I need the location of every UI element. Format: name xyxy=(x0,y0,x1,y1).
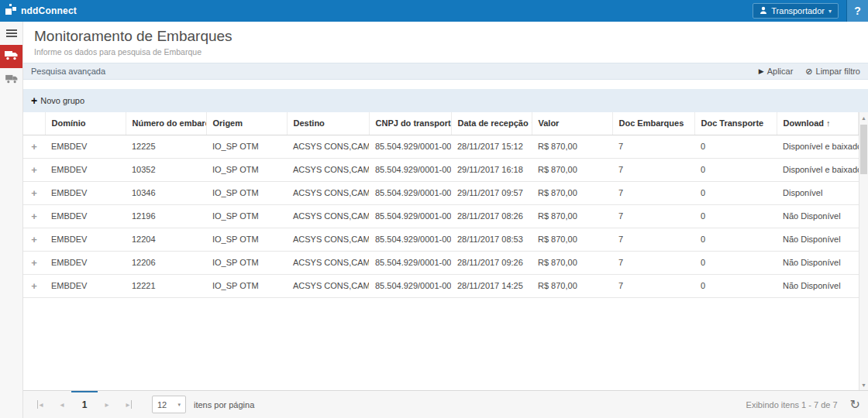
new-group-label: Novo grupo xyxy=(40,96,84,105)
expand-row-button[interactable]: + xyxy=(31,142,37,152)
cell-doc-transporte: 0 xyxy=(694,181,777,204)
new-group-button[interactable]: + Novo grupo xyxy=(31,95,84,106)
user-menu-button[interactable]: Transportador ▾ xyxy=(753,3,839,19)
cell-origem: IO_SP OTM xyxy=(206,158,287,181)
cell-download: Não Disponível xyxy=(777,204,859,228)
expand-row-button[interactable]: + xyxy=(31,165,37,175)
table-row[interactable]: + EMBDEV 12206 IO_SP OTM ACSYS CONS,CAMP… xyxy=(23,251,859,274)
app-window: nddConnect Transportador ▾ ? xyxy=(0,0,868,418)
cell-doc-embarques: 7 xyxy=(612,204,694,228)
column-label: Número do embarque xyxy=(133,118,207,128)
pager-next-button[interactable]: ▸ xyxy=(98,396,116,414)
expand-row-button[interactable]: + xyxy=(31,188,37,198)
page-subtitle: Informe os dados para pesquisa de Embarq… xyxy=(34,47,857,57)
column-header-dominio[interactable]: Domínio xyxy=(45,112,126,135)
cell-doc-transporte: 0 xyxy=(694,274,777,297)
pager-first-button[interactable]: ◂ xyxy=(31,396,50,414)
advanced-search-title: Pesquisa avançada xyxy=(31,67,105,76)
apply-filter-button[interactable]: ▶ Aplicar xyxy=(759,67,794,77)
cell-data-recepcao: 28/11/2017 08:53 xyxy=(451,228,532,251)
column-header-expand xyxy=(23,112,45,135)
expand-row-button[interactable]: + xyxy=(31,281,37,291)
pager-page-1-button[interactable]: 1 xyxy=(74,396,95,414)
grid-area: Domínio Número do embarque Origem Destin… xyxy=(23,112,868,390)
column-label: Download xyxy=(784,118,825,128)
table-row[interactable]: + EMBDEV 12225 IO_SP OTM ACSYS CONS,CAMP… xyxy=(23,135,859,158)
column-label: Doc Embarques xyxy=(619,118,684,128)
page-title: Monitoramento de Embarques xyxy=(34,28,857,45)
column-header-download[interactable]: Download↑ xyxy=(777,112,859,135)
cell-dominio: EMBDEV xyxy=(45,274,126,297)
column-label: Destino xyxy=(294,118,325,128)
pager-last-button[interactable]: ▸ xyxy=(119,396,138,414)
cell-cnpj: 85.504.929/0001-00 xyxy=(369,274,451,297)
cell-origem: IO_SP OTM xyxy=(206,135,287,158)
table-row[interactable]: + EMBDEV 12221 IO_SP OTM ACSYS CONS,CAMP… xyxy=(23,274,859,297)
page-size-select[interactable]: 12 ▾ xyxy=(152,396,186,413)
table-row[interactable]: + EMBDEV 10352 IO_SP OTM ACSYS CONS,CAMP… xyxy=(23,158,859,181)
table-row[interactable]: + EMBDEV 12204 IO_SP OTM ACSYS CONS,CAMP… xyxy=(23,228,859,251)
sidebar xyxy=(0,22,23,418)
cell-numero-embarque: 10346 xyxy=(126,181,206,204)
sidebar-item-transportes[interactable] xyxy=(0,68,22,91)
column-header-origem[interactable]: Origem xyxy=(206,112,287,135)
vertical-scrollbar[interactable]: ▲ ▼ xyxy=(859,112,868,390)
help-button[interactable]: ? xyxy=(846,0,868,22)
cell-cnpj: 85.504.929/0001-00 xyxy=(369,251,451,274)
cell-numero-embarque: 10352 xyxy=(126,158,206,181)
clear-filter-button[interactable]: ⊘ Limpar filtro xyxy=(805,67,860,77)
cell-doc-transporte: 0 xyxy=(694,135,777,158)
column-header-cnpj-transportador[interactable]: CNPJ do transportador xyxy=(369,112,451,135)
cell-origem: IO_SP OTM xyxy=(206,181,287,204)
column-header-numero-embarque[interactable]: Número do embarque xyxy=(126,112,206,135)
cell-doc-embarques: 7 xyxy=(612,228,694,251)
table-header-row: Domínio Número do embarque Origem Destin… xyxy=(23,112,859,135)
cell-doc-transporte: 0 xyxy=(694,158,777,181)
expand-row-button[interactable]: + xyxy=(31,258,37,268)
cell-download: Disponível e baixado xyxy=(777,158,859,181)
cell-doc-transporte: 0 xyxy=(694,204,777,228)
page-size-value: 12 xyxy=(157,400,167,409)
cell-data-recepcao: 28/11/2017 08:26 xyxy=(451,204,532,228)
truck-icon xyxy=(5,50,18,63)
plus-icon: + xyxy=(31,95,37,106)
cell-data-recepcao: 29/11/2017 16:18 xyxy=(451,158,532,181)
cell-destino: ACSYS CONS,CAMPINAS... xyxy=(287,274,369,297)
table-row[interactable]: + EMBDEV 10346 IO_SP OTM ACSYS CONS,CAMP… xyxy=(23,181,859,204)
scroll-down-icon[interactable]: ▼ xyxy=(859,379,868,390)
expand-row-button[interactable]: + xyxy=(31,235,37,245)
clear-filter-label: Limpar filtro xyxy=(816,67,860,76)
cell-numero-embarque: 12196 xyxy=(126,204,206,228)
cell-doc-embarques: 7 xyxy=(612,274,694,297)
chevron-down-icon: ▾ xyxy=(828,8,832,15)
advanced-search-panel-header[interactable]: Pesquisa avançada ▶ Aplicar ⊘ Limpar fil… xyxy=(23,63,868,80)
sidebar-item-monitoramento-embarques[interactable] xyxy=(0,45,22,68)
pager-status: Exibindo itens 1 - 7 de 7 xyxy=(746,400,838,409)
column-header-data-recepcao[interactable]: Data de recepção↑ xyxy=(451,112,532,135)
chevron-down-icon: ▾ xyxy=(177,402,181,408)
cell-cnpj: 85.504.929/0001-00 xyxy=(369,135,451,158)
filter-actions: ▶ Aplicar ⊘ Limpar filtro xyxy=(759,67,860,77)
column-label: Domínio xyxy=(52,118,86,128)
hamburger-icon xyxy=(6,33,17,34)
refresh-button[interactable]: ↻ xyxy=(850,399,860,411)
cell-destino: ACSYS CONS,CAMPINAS... xyxy=(287,135,369,158)
cell-doc-embarques: 7 xyxy=(612,181,694,204)
column-header-doc-embarques[interactable]: Doc Embarques xyxy=(612,112,694,135)
cell-download: Não Disponível xyxy=(777,228,859,251)
page-head: Monitoramento de Embarques Informe os da… xyxy=(23,22,868,63)
column-header-doc-transporte[interactable]: Doc Transporte xyxy=(694,112,777,135)
column-header-valor[interactable]: Valor xyxy=(532,112,612,135)
cell-destino: ACSYS CONS,CAMPINAS... xyxy=(287,251,369,274)
scroll-up-icon[interactable]: ▲ xyxy=(859,112,868,123)
pager-prev-button[interactable]: ◂ xyxy=(53,396,71,414)
column-header-destino[interactable]: Destino xyxy=(287,112,369,135)
user-menu-label: Transportador xyxy=(771,6,825,15)
cell-doc-transporte: 0 xyxy=(694,228,777,251)
cell-valor: R$ 870,00 xyxy=(532,181,612,204)
table-row[interactable]: + EMBDEV 12196 IO_SP OTM ACSYS CONS,CAMP… xyxy=(23,204,859,228)
arrow-right-icon: ▸ xyxy=(105,400,108,409)
menu-toggle-button[interactable] xyxy=(0,22,22,45)
expand-row-button[interactable]: + xyxy=(31,211,37,221)
scrollbar-thumb[interactable] xyxy=(860,125,867,174)
